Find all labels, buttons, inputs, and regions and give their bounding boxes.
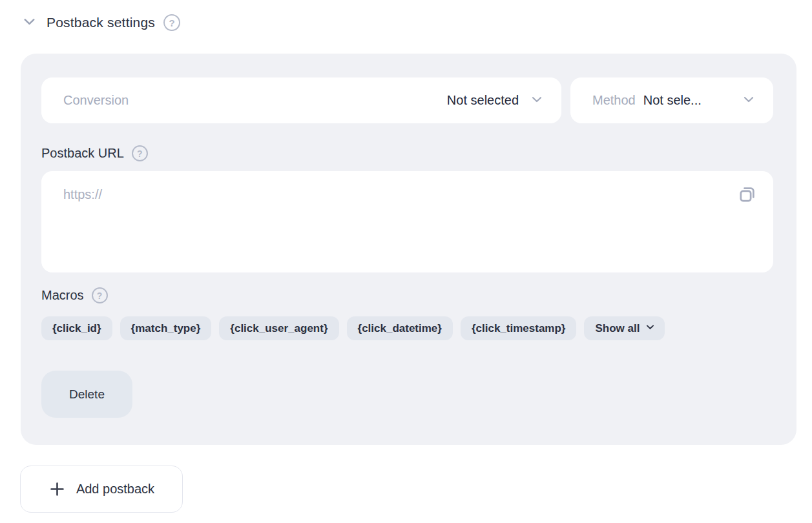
copy-button[interactable] — [734, 182, 760, 208]
chevron-down-icon[interactable] — [21, 13, 38, 33]
postback-url-input[interactable] — [41, 171, 773, 272]
copy-icon — [736, 183, 759, 208]
chevron-down-icon — [741, 92, 756, 110]
question-circle-icon[interactable]: ? — [92, 287, 108, 303]
method-select[interactable]: Method Not sele... — [570, 77, 773, 123]
macro-chip-list: {click_id}{match_type}{click_user_agent}… — [41, 316, 773, 340]
delete-button[interactable]: Delete — [41, 371, 132, 418]
macro-chip[interactable]: {match_type} — [120, 316, 212, 340]
chevron-down-icon — [645, 322, 656, 336]
conversion-select[interactable]: Conversion Not selected — [41, 77, 561, 123]
show-all-label: Show all — [595, 322, 640, 335]
conversion-placeholder: Conversion — [63, 93, 129, 108]
postback-card: Conversion Not selected Method Not sele.… — [21, 54, 796, 445]
selects-row: Conversion Not selected Method Not sele.… — [41, 77, 773, 123]
postback-url-label: Postback URL — [41, 146, 124, 161]
method-value: Not sele... — [643, 93, 702, 108]
add-postback-label: Add postback — [76, 482, 154, 497]
macros-label-row: Macros ? — [41, 287, 773, 303]
macro-chip[interactable]: {click_timestamp} — [461, 316, 577, 340]
question-circle-icon[interactable]: ? — [163, 14, 180, 31]
macros-label: Macros — [41, 288, 84, 303]
chevron-down-icon — [529, 92, 545, 110]
macro-chip[interactable]: {click_datetime} — [347, 316, 453, 340]
postback-url-label-row: Postback URL ? — [41, 145, 773, 161]
method-label: Method — [592, 93, 636, 108]
show-all-button[interactable]: Show all — [584, 316, 665, 340]
page-title: Postback settings — [47, 15, 155, 30]
question-circle-icon[interactable]: ? — [132, 145, 148, 161]
macro-chip[interactable]: {click_id} — [41, 316, 112, 340]
add-postback-button[interactable]: Add postback — [20, 466, 183, 513]
plus-icon — [48, 480, 66, 498]
postback-settings-page: Postback settings ? Conversion Not selec… — [0, 0, 812, 513]
macro-chip[interactable]: {click_user_agent} — [219, 316, 338, 340]
postback-url-box — [41, 171, 773, 272]
conversion-value: Not selected — [447, 93, 519, 108]
section-header[interactable]: Postback settings ? — [21, 13, 796, 32]
